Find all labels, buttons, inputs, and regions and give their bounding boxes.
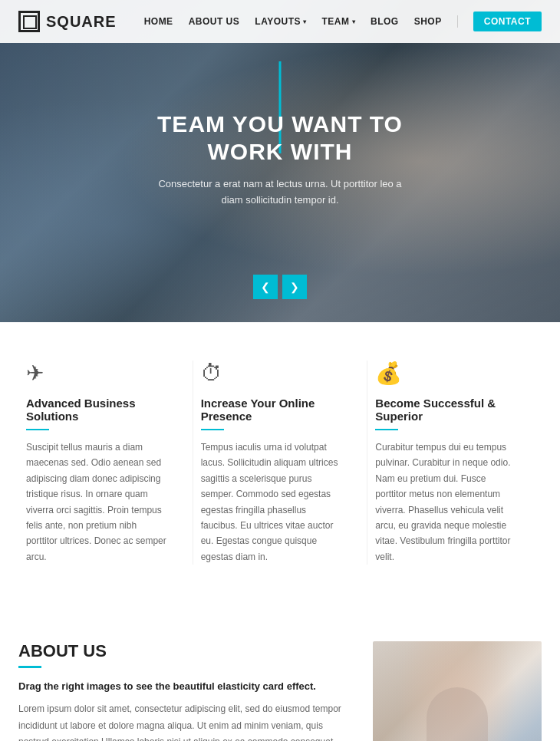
feature-title-1: Advanced Business Solutions	[26, 397, 170, 423]
feature-text-2: Tempus iaculis urna id volutpat lacus. S…	[201, 440, 344, 565]
feature-underline-1	[26, 429, 49, 430]
hero-title: TEAM YOU WANT TO WORK WITH	[150, 110, 410, 166]
navigation: HOME ABOUT US LAYOUTS ▾ TEAM ▾ BLOG SHOP…	[144, 12, 542, 31]
logo[interactable]: SQUARE	[18, 11, 117, 32]
about-right	[373, 641, 542, 741]
hero-content: TEAM YOU WANT TO WORK WITH Consectetur a…	[150, 110, 410, 209]
feature-item-2: ⏱ Increase Your Online Presence Tempus i…	[193, 361, 368, 565]
nav-layouts[interactable]: LAYOUTS ▾	[255, 16, 306, 27]
feature-underline-3	[375, 429, 398, 430]
hero-arrows: ❮ ❯	[253, 275, 307, 299]
logo-icon	[18, 11, 40, 32]
hero-section: TEAM YOU WANT TO WORK WITH Consectetur a…	[0, 0, 560, 322]
about-title-underline	[18, 666, 41, 668]
nav-about[interactable]: ABOUT US	[189, 16, 240, 27]
feature-text-1: Suscipit tellus mauris a diam maecenas s…	[26, 440, 170, 565]
plane-icon: ✈	[26, 361, 170, 386]
nav-team[interactable]: TEAM ▾	[322, 16, 356, 27]
feature-item-1: ✈ Advanced Business Solutions Suscipit t…	[18, 361, 193, 565]
hero-subtitle: Consectetur a erat nam at lectus urna. U…	[150, 176, 410, 209]
about-title: ABOUT US	[18, 641, 342, 661]
clock-icon: ⏱	[201, 361, 344, 386]
feature-title-3: Become Successful & Superior	[375, 397, 519, 423]
feature-item-3: 💰 Become Successful & Superior Curabitur…	[367, 361, 542, 565]
hero-next-button[interactable]: ❯	[282, 275, 307, 299]
chevron-down-icon: ▾	[352, 18, 356, 25]
about-subtitle: Drag the right images to see the beautif…	[18, 680, 342, 692]
features-section: ✈ Advanced Business Solutions Suscipit t…	[0, 322, 560, 603]
nav-blog[interactable]: BLOG	[371, 16, 399, 27]
feature-underline-2	[201, 429, 224, 430]
about-text-1: Lorem ipsum dolor sit amet, consectetur …	[18, 701, 342, 741]
nav-divider	[457, 15, 458, 28]
nav-contact[interactable]: CONTACT	[473, 12, 542, 31]
feature-text-3: Curabitur tempus dui eu tempus pulvinar.…	[375, 440, 519, 565]
chevron-down-icon: ▾	[303, 18, 307, 25]
about-section: ABOUT US Drag the right images to see th…	[0, 603, 560, 741]
logo-text: SQUARE	[46, 13, 117, 31]
nav-shop[interactable]: SHOP	[414, 16, 442, 27]
about-left: ABOUT US Drag the right images to see th…	[18, 641, 342, 741]
about-image	[373, 641, 542, 741]
nav-home[interactable]: HOME	[144, 16, 173, 27]
hero-prev-button[interactable]: ❮	[253, 275, 278, 299]
money-icon: 💰	[375, 361, 519, 386]
feature-title-2: Increase Your Online Presence	[201, 397, 344, 423]
header: SQUARE HOME ABOUT US LAYOUTS ▾ TEAM ▾ BL…	[0, 0, 560, 43]
